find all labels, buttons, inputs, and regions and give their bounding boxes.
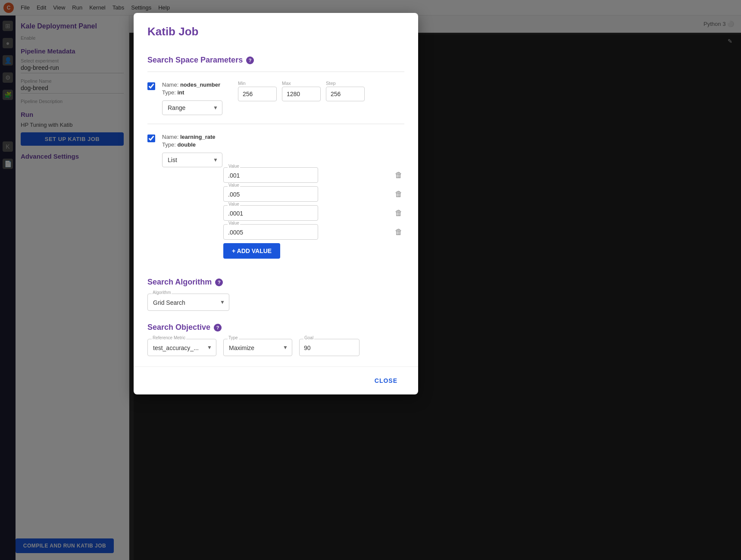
delete-value-1-icon[interactable]: 🗑 — [393, 169, 404, 181]
delete-value-3-icon[interactable]: 🗑 — [393, 207, 404, 219]
name-prefix-lr: Name: — [162, 134, 180, 140]
param-learning-rate-row: Name: learning_rate Type: double Range L… — [147, 133, 404, 167]
search-algorithm-title: Search Algorithm — [147, 278, 212, 287]
goal-float-label: Goal — [303, 335, 314, 340]
value-row-3: Value 🗑 — [223, 205, 404, 221]
value-1-wrap: Value — [223, 167, 390, 183]
param-lr-list-select[interactable]: Range List Discrete — [162, 153, 222, 167]
param-lr-type-label: Type: double — [162, 141, 231, 148]
ref-metric-wrap: Reference Metric test_accuracy_... ▼ — [147, 339, 216, 356]
delete-value-2-icon[interactable]: 🗑 — [393, 188, 404, 200]
algorithm-section: Algorithm Grid Search Random Search Baye… — [147, 294, 404, 311]
max-label: Max — [282, 81, 321, 86]
value-2-label: Value — [228, 183, 240, 188]
search-objective-header: Search Objective ? — [147, 323, 404, 332]
modal-header: Katib Job — [134, 13, 418, 47]
value-4-wrap: Value — [223, 224, 390, 240]
param-learning-rate-checkbox[interactable] — [147, 135, 155, 142]
type-float-label: Type — [228, 335, 239, 340]
param-nodes-number-type-label: Type: int — [162, 88, 231, 96]
max-input[interactable] — [282, 87, 321, 101]
objective-row: Reference Metric test_accuracy_... ▼ Typ… — [147, 339, 404, 356]
param-lr-name-label: Name: learning_rate — [162, 133, 231, 141]
modal-title: Katib Job — [147, 25, 404, 38]
min-input[interactable] — [238, 87, 277, 101]
search-space-title: Search Space Parameters — [147, 56, 243, 65]
value-3-wrap: Value — [223, 205, 390, 221]
param-nodes-controls: Min Max Step — [238, 81, 404, 101]
type-prefix: Type: — [162, 89, 177, 96]
value-3-label: Value — [228, 202, 240, 206]
value-4-input[interactable] — [223, 224, 318, 240]
step-input[interactable] — [326, 87, 365, 101]
modal-body: Search Space Parameters ? Name: nodes_nu… — [134, 56, 418, 366]
search-objective-title: Search Objective — [147, 323, 210, 332]
param-learning-rate-info: Name: learning_rate Type: double Range L… — [162, 133, 231, 167]
type-select[interactable]: Maximize Minimize — [223, 339, 292, 356]
algorithm-select[interactable]: Grid Search Random Search Bayesian Optim… — [147, 294, 229, 311]
value-4-label: Value — [228, 221, 240, 225]
delete-value-4-icon[interactable]: 🗑 — [393, 226, 404, 238]
param-nodes-number-info: Name: nodes_number Type: int Range List … — [162, 81, 231, 115]
param-lr-select-wrapper: Range List Discrete ▼ — [162, 153, 222, 167]
param-nodes-number-name-label: Name: nodes_number — [162, 81, 231, 88]
value-row-4: Value 🗑 — [223, 224, 404, 240]
type-prefix-lr: Type: — [162, 141, 177, 148]
close-button[interactable]: CLOSE — [368, 374, 404, 388]
param-nodes-select-wrapper: Range List Discrete ▼ — [162, 100, 222, 115]
search-space-header: Search Space Parameters ? — [147, 56, 404, 65]
range-inputs: Min Max Step — [238, 81, 404, 101]
value-3-input[interactable] — [223, 205, 318, 221]
type-wrap: Type Maximize Minimize ▼ — [223, 339, 292, 356]
modal-footer: CLOSE — [134, 366, 418, 394]
param-nodes-number-row: Name: nodes_number Type: int Range List … — [147, 81, 404, 115]
min-label: Min — [238, 81, 277, 86]
max-input-wrap: Max — [282, 81, 321, 101]
ref-metric-select[interactable]: test_accuracy_... — [147, 339, 216, 356]
param-lr-name-value: learning_rate — [180, 134, 216, 140]
name-prefix: Name: — [162, 81, 180, 88]
param-nodes-number-block: Name: nodes_number Type: int Range List … — [147, 72, 404, 124]
algorithm-select-wrap: Algorithm Grid Search Random Search Baye… — [147, 294, 229, 311]
ref-metric-float-label: Reference Metric — [152, 335, 186, 340]
value-2-input[interactable] — [223, 186, 318, 202]
search-algorithm-header: Search Algorithm ? — [147, 278, 404, 287]
value-row-2: Value 🗑 — [223, 186, 404, 202]
param-nodes-type-value: int — [177, 89, 184, 96]
katib-job-modal: Katib Job Search Space Parameters ? Name… — [134, 13, 418, 394]
param-nodes-number-checkbox[interactable] — [147, 82, 155, 90]
param-nodes-name-value: nodes_number — [180, 81, 220, 88]
add-value-button[interactable]: + ADD VALUE — [223, 243, 280, 259]
algorithm-float-label: Algorithm — [152, 290, 172, 295]
min-input-wrap: Min — [238, 81, 277, 101]
search-objective-help-icon[interactable]: ? — [214, 324, 222, 332]
value-1-label: Value — [228, 164, 240, 169]
step-label: Step — [326, 81, 365, 86]
param-lr-type-value: double — [177, 141, 196, 148]
value-2-wrap: Value — [223, 186, 390, 202]
value-1-input[interactable] — [223, 167, 318, 183]
step-input-wrap: Step — [326, 81, 365, 101]
learning-rate-value-list: Value 🗑 Value 🗑 Value — [223, 167, 404, 240]
param-learning-rate-block: Name: learning_rate Type: double Range L… — [147, 124, 404, 267]
search-space-help-icon[interactable]: ? — [246, 56, 254, 64]
goal-input[interactable] — [299, 339, 360, 356]
param-nodes-range-select[interactable]: Range List Discrete — [162, 100, 222, 115]
search-algorithm-help-icon[interactable]: ? — [215, 278, 223, 286]
goal-wrap: Goal — [299, 339, 360, 356]
value-row-1: Value 🗑 — [223, 167, 404, 183]
